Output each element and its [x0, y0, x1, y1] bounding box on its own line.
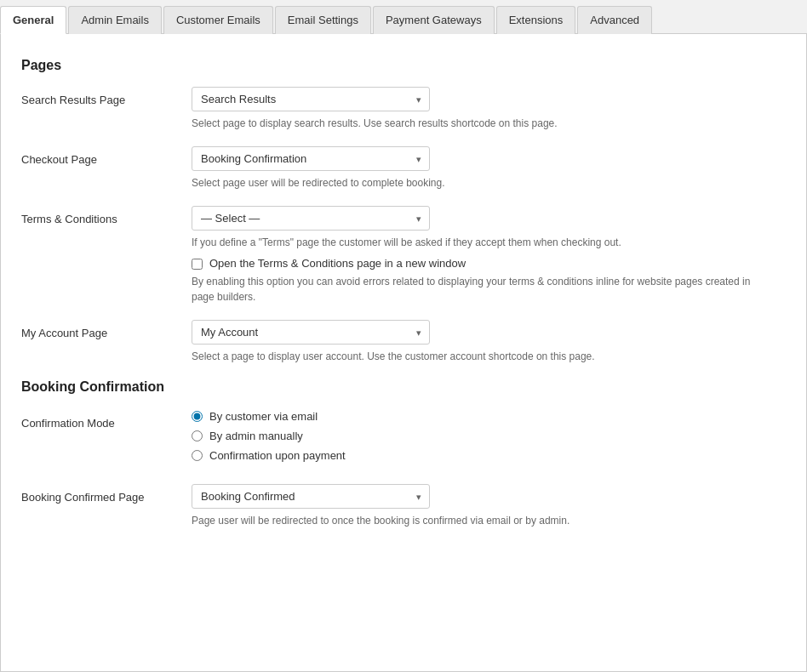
terms-select[interactable]: — Select — Terms & Conditions Privacy Po… [192, 206, 430, 231]
my-account-select-wrapper: My Account Dashboard Profile ▾ [192, 320, 430, 345]
search-results-row: Search Results Page Search Results Home … [21, 87, 786, 131]
terms-checkbox-label[interactable]: Open the Terms & Conditions page in a ne… [209, 257, 466, 270]
terms-label: Terms & Conditions [21, 206, 192, 225]
booking-confirmation-heading: Booking Confirmation [21, 379, 786, 395]
terms-checkbox-row: Open the Terms & Conditions page in a ne… [192, 257, 786, 270]
tab-customer-emails[interactable]: Customer Emails [163, 6, 273, 34]
confirmation-mode-row: Confirmation Mode By customer via email … [21, 410, 786, 469]
my-account-select[interactable]: My Account Dashboard Profile [192, 320, 430, 345]
page-wrapper: GeneralAdmin EmailsCustomer EmailsEmail … [0, 0, 807, 672]
search-results-help: Select page to display search results. U… [192, 116, 770, 131]
terms-select-wrapper: — Select — Terms & Conditions Privacy Po… [192, 206, 430, 231]
radio-email-row: By customer via email [192, 410, 786, 423]
my-account-label: My Account Page [21, 320, 192, 339]
tab-email-settings[interactable]: Email Settings [275, 6, 371, 34]
booking-confirmed-select-wrapper: Booking Confirmed Thank You Home ▾ [192, 484, 430, 509]
booking-confirmed-select[interactable]: Booking Confirmed Thank You Home [192, 484, 430, 509]
tab-general[interactable]: General [0, 6, 66, 34]
radio-admin-row: By admin manually [192, 430, 786, 442]
content-area: Pages Search Results Page Search Results… [0, 34, 807, 672]
booking-confirmed-help: Page user will be redirected to once the… [192, 513, 770, 528]
radio-payment[interactable] [192, 450, 203, 461]
checkout-select[interactable]: Booking Confirmation Checkout Cart [192, 146, 430, 171]
terms-row: Terms & Conditions — Select — Terms & Co… [21, 206, 786, 305]
pages-section-heading: Pages [21, 58, 786, 73]
confirmation-mode-label: Confirmation Mode [21, 410, 192, 430]
tabs-bar: GeneralAdmin EmailsCustomer EmailsEmail … [0, 0, 807, 34]
search-results-label: Search Results Page [21, 87, 192, 106]
my-account-help: Select a page to display user account. U… [192, 349, 770, 364]
booking-confirmed-page-label: Booking Confirmed Page [21, 484, 192, 504]
radio-payment-label[interactable]: Confirmation upon payment [209, 449, 346, 462]
terms-new-window-checkbox[interactable] [192, 259, 203, 270]
my-account-content: My Account Dashboard Profile ▾ Select a … [192, 320, 786, 364]
search-results-select[interactable]: Search Results Home About Contact [192, 87, 430, 111]
radio-admin[interactable] [192, 430, 203, 441]
radio-email-label[interactable]: By customer via email [209, 410, 318, 423]
radio-admin-label[interactable]: By admin manually [209, 430, 303, 442]
checkout-content: Booking Confirmation Checkout Cart ▾ Sel… [192, 146, 786, 191]
checkout-select-wrapper: Booking Confirmation Checkout Cart ▾ [192, 146, 430, 171]
terms-help: If you define a "Terms" page the custome… [192, 235, 770, 250]
terms-content: — Select — Terms & Conditions Privacy Po… [192, 206, 786, 305]
booking-confirmed-page-content: Booking Confirmed Thank You Home ▾ Page … [192, 484, 786, 528]
radio-payment-row: Confirmation upon payment [192, 449, 786, 462]
my-account-row: My Account Page My Account Dashboard Pro… [21, 320, 786, 364]
radio-email[interactable] [192, 411, 203, 422]
confirmation-mode-content: By customer via email By admin manually … [192, 410, 786, 469]
checkout-label: Checkout Page [21, 146, 192, 166]
search-results-select-wrapper: Search Results Home About Contact ▾ [192, 87, 430, 111]
booking-confirmed-page-row: Booking Confirmed Page Booking Confirmed… [21, 484, 786, 528]
tab-extensions[interactable]: Extensions [496, 6, 576, 34]
checkout-help: Select page user will be redirected to c… [192, 175, 770, 191]
search-results-content: Search Results Home About Contact ▾ Sele… [192, 87, 786, 131]
tab-admin-emails[interactable]: Admin Emails [68, 6, 161, 34]
terms-checkbox-help: By enabling this option you can avoid er… [192, 274, 770, 305]
checkout-row: Checkout Page Booking Confirmation Check… [21, 146, 786, 191]
tab-advanced[interactable]: Advanced [577, 6, 652, 34]
tab-payment-gateways[interactable]: Payment Gateways [373, 6, 495, 34]
